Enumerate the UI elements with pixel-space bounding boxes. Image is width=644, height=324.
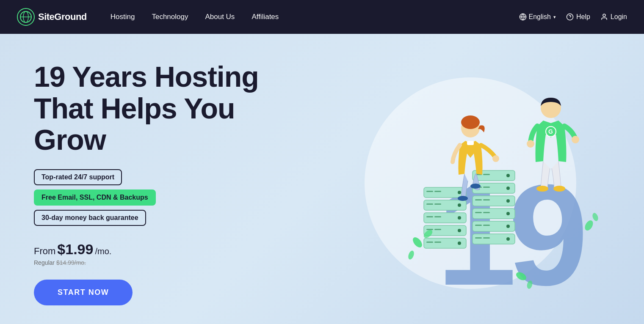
svg-point-68 — [583, 219, 595, 232]
price-amount: $1.99 — [57, 241, 93, 258]
price-section: From $1.99 /mo. Regular $14.99/mo. — [34, 241, 288, 266]
feature-badge-support: Top-rated 24/7 support — [34, 169, 122, 185]
svg-point-61 — [553, 186, 565, 192]
user-icon — [600, 13, 608, 21]
svg-rect-17 — [434, 216, 441, 217]
hero-section: 19 Years Hosting That Helps You Grow Top… — [0, 34, 644, 324]
hero-content: 19 Years Hosting That Helps You Grow Top… — [34, 61, 288, 305]
feature-badge-free: Free Email, SSL, CDN & Backups — [34, 189, 156, 206]
svg-point-46 — [506, 225, 510, 228]
nav-affiliates[interactable]: Affiliates — [245, 9, 285, 25]
svg-point-56 — [492, 155, 499, 162]
logo[interactable]: SiteGround — [17, 8, 87, 26]
language-label: English — [528, 13, 550, 21]
svg-rect-45 — [483, 225, 490, 226]
svg-rect-37 — [483, 199, 490, 200]
svg-rect-36 — [475, 199, 482, 200]
nav-right: English ▾ Help Login — [519, 13, 627, 21]
hero-features: Top-rated 24/7 support Free Email, SSL, … — [34, 169, 288, 226]
svg-point-62 — [527, 140, 534, 148]
svg-point-30 — [506, 174, 510, 177]
svg-point-14 — [458, 203, 461, 207]
svg-point-65 — [407, 250, 415, 261]
svg-point-34 — [506, 187, 510, 190]
price-period: /mo. — [95, 247, 111, 256]
svg-rect-40 — [475, 212, 482, 213]
svg-point-63 — [572, 136, 579, 143]
svg-rect-16 — [426, 216, 433, 217]
svg-point-52 — [461, 115, 480, 129]
nav-links: Hosting Technology About Us Affiliates — [104, 9, 286, 25]
svg-rect-48 — [475, 237, 482, 239]
price-regular-label: Regular — [34, 259, 55, 266]
svg-point-26 — [458, 242, 461, 245]
svg-rect-29 — [483, 174, 490, 175]
svg-rect-53 — [467, 141, 474, 145]
svg-point-69 — [591, 212, 599, 222]
hero-title-line2: That Helps You Grow — [34, 92, 235, 156]
svg-point-18 — [458, 216, 461, 220]
price-display: From $1.99 /mo. — [34, 241, 288, 258]
nav-hosting[interactable]: Hosting — [104, 9, 142, 25]
svg-point-50 — [506, 237, 510, 241]
start-now-button[interactable]: START NOW — [34, 280, 133, 305]
svg-rect-24 — [426, 242, 433, 243]
hero-title-line1: 19 Years Hosting — [34, 60, 259, 93]
nav-technology[interactable]: Technology — [145, 9, 195, 25]
login-label: Login — [611, 13, 627, 21]
svg-point-55 — [470, 184, 481, 189]
nav-left: SiteGround Hosting Technology About Us A… — [17, 8, 285, 26]
feature-badge-guarantee: 30-day money back guarantee — [34, 210, 146, 226]
navbar: SiteGround Hosting Technology About Us A… — [0, 0, 644, 34]
svg-point-42 — [506, 212, 510, 215]
hero-svg: 19 — [322, 65, 619, 302]
svg-point-64 — [411, 236, 424, 249]
help-link[interactable]: Help — [566, 13, 590, 21]
help-label: Help — [576, 13, 590, 21]
svg-point-5 — [603, 14, 605, 16]
hero-illustration: 19 — [322, 65, 619, 302]
svg-rect-44 — [475, 225, 482, 226]
svg-rect-20 — [426, 229, 433, 230]
svg-point-54 — [458, 196, 468, 201]
login-link[interactable]: Login — [600, 13, 627, 21]
language-selector[interactable]: English ▾ — [519, 13, 556, 21]
svg-point-10 — [458, 191, 461, 194]
chevron-down-icon: ▾ — [553, 14, 556, 20]
svg-point-38 — [506, 199, 510, 203]
svg-rect-33 — [483, 187, 490, 188]
svg-rect-9 — [434, 191, 441, 192]
svg-text:G: G — [548, 128, 553, 135]
svg-rect-41 — [483, 212, 490, 213]
price-regular: Regular $14.99/mo. — [34, 259, 288, 266]
help-icon — [566, 13, 574, 21]
svg-rect-21 — [434, 229, 441, 230]
svg-point-22 — [458, 229, 461, 232]
svg-point-60 — [536, 186, 548, 192]
svg-rect-49 — [483, 237, 490, 239]
brand-name: SiteGround — [38, 11, 87, 22]
hero-title: 19 Years Hosting That Helps You Grow — [34, 61, 288, 156]
price-from-label: From — [34, 246, 55, 257]
svg-rect-13 — [434, 203, 441, 205]
price-regular-amount: $14.99/mo. — [56, 259, 86, 266]
svg-rect-8 — [426, 191, 433, 192]
translate-icon — [519, 13, 527, 21]
nav-about-us[interactable]: About Us — [198, 9, 241, 25]
svg-rect-12 — [426, 203, 433, 205]
svg-rect-25 — [434, 242, 441, 243]
